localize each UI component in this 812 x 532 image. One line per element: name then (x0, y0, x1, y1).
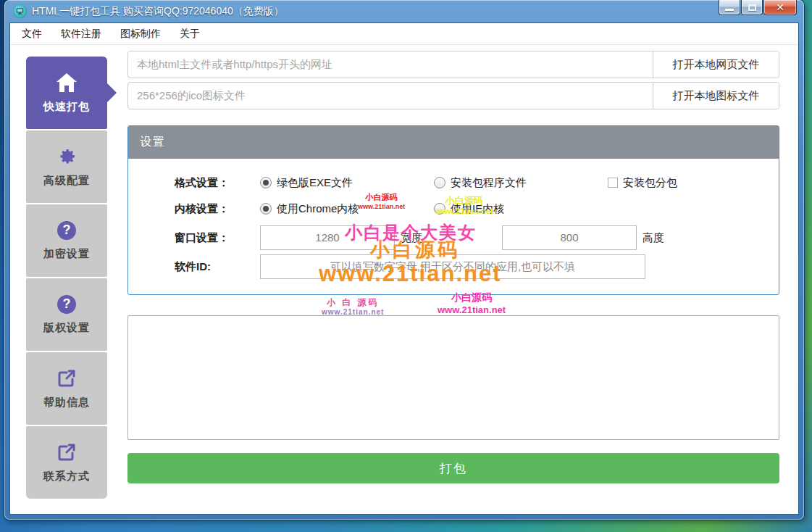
home-icon (56, 72, 78, 93)
menu-icon-maker[interactable]: 图标制作 (120, 28, 161, 41)
radio-icon (434, 177, 445, 188)
sidebar-item-label: 版权设置 (43, 321, 90, 335)
sidebar-item-label: 加密设置 (43, 247, 90, 261)
radio-icon (434, 203, 445, 215)
menubar: 文件 软件注册 图标制作 关于 (10, 23, 798, 45)
radio-icon (260, 177, 272, 188)
sidebar-item-label: 联系方式 (43, 470, 90, 483)
app-monitor-icon (13, 4, 27, 18)
icon-file-input[interactable]: 256*256的ico图标文件 (128, 83, 653, 109)
sidebar-item-help[interactable]: 帮助信息 (26, 352, 107, 425)
app-window: HTML一键打包工具 购买咨询QQ:972046040（免费版） ✕ 文件 软件… (4, 0, 804, 520)
gear-icon (56, 146, 77, 167)
settings-panel-header: 设置 (128, 126, 779, 159)
format-settings-label: 格式设置： (175, 176, 260, 190)
watermark-bottom-right: 小白源码 www.21tian.net (438, 291, 506, 316)
question-icon: ? (57, 221, 76, 240)
output-log-area (127, 315, 779, 440)
maximize-icon (748, 4, 756, 11)
radio-green-exe[interactable]: 绿色版EXE文件 (260, 176, 434, 190)
sidebar-item-label: 帮助信息 (43, 396, 90, 410)
window-controls: ✕ (718, 0, 797, 15)
menu-about[interactable]: 关于 (180, 28, 200, 41)
radio-ie-kernel[interactable]: 使用IE内核 (434, 202, 608, 216)
pack-button[interactable]: 打包 (127, 453, 779, 483)
app-id-input[interactable]: 可以填写数字字母,用于区分不同的应用,也可以不填 (260, 254, 645, 279)
width-unit-label: 宽度 (401, 231, 422, 245)
checkbox-split-package[interactable]: 安装包分包 (608, 176, 677, 190)
url-input[interactable]: 本地html主文件或者http/https开头的网址 (128, 51, 653, 78)
close-button[interactable]: ✕ (763, 0, 797, 15)
open-webpage-button[interactable]: 打开本地网页文件 (653, 51, 779, 78)
watermark-bottom-left: 小 白 源码 www.21tian.net (322, 297, 384, 317)
radio-label: 绿色版EXE文件 (277, 176, 353, 190)
share-icon (56, 368, 77, 388)
radio-installer[interactable]: 安装包程序文件 (434, 176, 608, 190)
radio-label: 使用Chrome内核 (277, 202, 359, 216)
window-size-label: 窗口设置： (175, 231, 260, 245)
question-icon: ? (57, 295, 76, 314)
width-input[interactable]: 1280 (260, 225, 395, 250)
url-input-row: 本地html主文件或者http/https开头的网址 打开本地网页文件 (127, 51, 779, 78)
height-unit-label: 高度 (643, 231, 664, 245)
desktop-wallpaper: HTML一键打包工具 购买咨询QQ:972046040（免费版） ✕ 文件 软件… (0, 0, 812, 532)
sidebar-item-quick-pack[interactable]: 快速打包 (26, 57, 107, 129)
close-icon: ✕ (776, 2, 784, 12)
minimize-icon (725, 9, 734, 11)
checkbox-icon (608, 178, 618, 188)
main-panel: 本地html主文件或者http/https开头的网址 打开本地网页文件 256*… (127, 46, 779, 515)
maximize-button[interactable] (741, 0, 763, 15)
radio-chrome-kernel[interactable]: 使用Chrome内核 (260, 202, 434, 216)
menu-register[interactable]: 软件注册 (61, 28, 101, 41)
window-size-row: 窗口设置： 1280 宽度 800 高度 (175, 225, 779, 250)
checkbox-label: 安装包分包 (623, 176, 677, 190)
format-settings-row: 格式设置： 绿色版EXE文件 安装包程序文件 (175, 173, 779, 192)
content-area: 快速打包 高级配置 ? 加密设置 (10, 46, 798, 514)
radio-icon (260, 203, 272, 215)
sidebar-item-advanced-config[interactable]: 高级配置 (26, 130, 107, 203)
radio-label: 使用IE内核 (451, 202, 504, 216)
open-icon-button[interactable]: 打开本地图标文件 (653, 83, 779, 109)
window-body: 文件 软件注册 图标制作 关于 快速打包 (9, 22, 799, 515)
sidebar-item-encryption[interactable]: ? 加密设置 (26, 204, 107, 277)
sidebar-item-label: 高级配置 (43, 174, 90, 188)
app-id-row: 软件ID: 可以填写数字字母,用于区分不同的应用,也可以不填 (175, 254, 779, 279)
share-icon (56, 442, 77, 462)
sidebar-item-contact[interactable]: 联系方式 (26, 426, 107, 499)
settings-panel-body: 格式设置： 绿色版EXE文件 安装包程序文件 (128, 159, 779, 279)
radio-label: 安装包程序文件 (451, 176, 527, 190)
menu-file[interactable]: 文件 (22, 28, 42, 41)
minimize-button[interactable] (719, 0, 740, 15)
icon-input-row: 256*256的ico图标文件 打开本地图标文件 (127, 82, 779, 109)
kernel-settings-row: 内核设置： 使用Chrome内核 使用IE内核 (175, 199, 779, 218)
height-input[interactable]: 800 (502, 225, 637, 250)
sidebar: 快速打包 高级配置 ? 加密设置 (26, 57, 107, 500)
sidebar-item-copyright[interactable]: ? 版权设置 (26, 278, 107, 351)
app-id-label: 软件ID: (175, 260, 260, 274)
window-title: HTML一键打包工具 购买咨询QQ:972046040（免费版） (32, 5, 284, 18)
sidebar-item-label: 快速打包 (43, 100, 90, 114)
kernel-settings-label: 内核设置： (175, 202, 260, 216)
settings-panel: 设置 格式设置： 绿色版EXE文件 安装包程序文件 (127, 125, 779, 295)
titlebar[interactable]: HTML一键打包工具 购买咨询QQ:972046040（免费版） (4, 0, 804, 22)
